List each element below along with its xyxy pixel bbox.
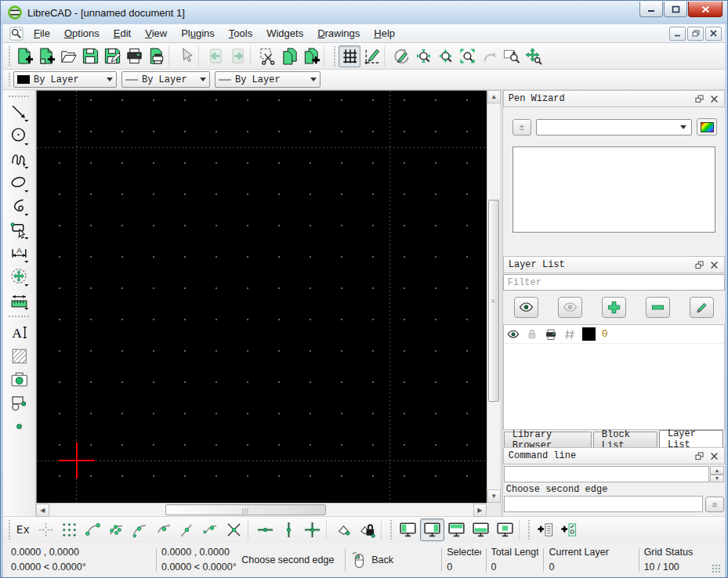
grid-toggle-button[interactable] bbox=[339, 45, 360, 67]
command-input[interactable] bbox=[504, 496, 703, 512]
snap-middle-button[interactable] bbox=[176, 519, 199, 541]
float-panel-icon[interactable] bbox=[694, 260, 704, 270]
mdi-restore-button[interactable] bbox=[687, 27, 704, 41]
zoom-out-button[interactable] bbox=[434, 45, 456, 67]
menu-widgets[interactable]: Widgets bbox=[259, 25, 310, 42]
command-history[interactable] bbox=[504, 466, 709, 482]
zoom-window-button[interactable] bbox=[500, 45, 522, 67]
layer-lock-icon[interactable] bbox=[526, 328, 538, 341]
toolbar-handle[interactable] bbox=[6, 73, 12, 86]
zoom-pan-button[interactable] bbox=[522, 45, 544, 67]
snap-free-button[interactable] bbox=[34, 519, 58, 541]
command-options-button[interactable]: ≡ bbox=[705, 497, 724, 512]
line-tool-button[interactable] bbox=[6, 100, 31, 124]
toolbar-handle[interactable] bbox=[9, 313, 29, 319]
line-width-combobox[interactable]: By Layer bbox=[121, 71, 210, 88]
image-tool-button[interactable] bbox=[6, 367, 31, 391]
toolbar-handle[interactable] bbox=[389, 520, 394, 540]
previous-view-button[interactable] bbox=[478, 45, 500, 67]
open-file-button[interactable] bbox=[57, 45, 79, 67]
restrict-vertical-button[interactable] bbox=[277, 519, 301, 541]
print-preview-button[interactable] bbox=[145, 45, 167, 67]
add-layer-button[interactable] bbox=[602, 297, 626, 318]
mdi-close-button[interactable] bbox=[705, 27, 722, 41]
color-combobox[interactable]: By Layer bbox=[13, 71, 117, 88]
cut-button[interactable] bbox=[256, 45, 278, 67]
show-all-layers-button[interactable] bbox=[514, 297, 538, 318]
spin-up-button[interactable]: ▲ bbox=[710, 466, 724, 475]
toolbar-handle[interactable] bbox=[6, 520, 12, 540]
save-as-button[interactable] bbox=[101, 45, 123, 67]
pen-wizard-color-button[interactable] bbox=[697, 118, 717, 135]
tab-library-browser[interactable]: Library Browser bbox=[504, 432, 592, 447]
menu-edit[interactable]: Edit bbox=[107, 25, 138, 42]
save-button[interactable] bbox=[79, 45, 101, 67]
minimize-button[interactable] bbox=[639, 2, 663, 17]
draft-ortho-button[interactable] bbox=[360, 45, 382, 67]
lock-relative-zero-button[interactable] bbox=[356, 519, 379, 541]
drawing-canvas[interactable] bbox=[36, 90, 487, 503]
polyline-tool-button[interactable] bbox=[6, 194, 31, 218]
pen-wizard-titlebar[interactable]: Pen Wizard bbox=[503, 90, 725, 107]
auto-zoom-button[interactable] bbox=[456, 45, 478, 67]
layer-print-icon[interactable] bbox=[545, 328, 557, 341]
spline-tool-button[interactable] bbox=[6, 147, 31, 171]
mdi-minimize-button[interactable] bbox=[669, 27, 686, 41]
toolbar-handle[interactable] bbox=[9, 93, 29, 99]
layer-row[interactable]: 0 bbox=[504, 325, 724, 344]
block-tool-button[interactable] bbox=[6, 391, 31, 414]
close-panel-icon[interactable] bbox=[709, 451, 719, 461]
menu-help[interactable]: Help bbox=[367, 25, 402, 42]
layer-filter-input[interactable] bbox=[503, 274, 725, 291]
move-rotate-tool-button[interactable] bbox=[6, 265, 31, 288]
snap-center-button[interactable] bbox=[152, 519, 176, 541]
resize-grip[interactable] bbox=[712, 564, 722, 574]
tab-block-list[interactable]: Block List bbox=[593, 432, 657, 447]
new-document-button[interactable] bbox=[13, 45, 35, 67]
hatch-tool-button[interactable] bbox=[6, 344, 31, 367]
maximize-button[interactable] bbox=[664, 2, 687, 17]
layer-table[interactable]: 0 bbox=[503, 324, 725, 430]
menu-file[interactable]: File bbox=[27, 25, 57, 42]
snap-intersection-button[interactable] bbox=[223, 519, 246, 541]
menu-plugins[interactable]: Plugins bbox=[174, 25, 222, 42]
toolbar-handle[interactable] bbox=[331, 46, 337, 66]
circle-tool-button[interactable] bbox=[6, 124, 31, 147]
close-button[interactable] bbox=[688, 2, 723, 17]
layer-list-titlebar[interactable]: Layer List bbox=[503, 256, 725, 273]
text-tool-button[interactable]: A bbox=[6, 320, 31, 344]
create-toolbar-button[interactable] bbox=[557, 519, 581, 541]
snap-on-entity-button[interactable] bbox=[129, 519, 152, 541]
redo-button[interactable] bbox=[226, 45, 248, 67]
command-line-titlebar[interactable]: Command line bbox=[503, 447, 725, 464]
modify-tool-button[interactable] bbox=[6, 218, 31, 241]
snap-grid-button[interactable] bbox=[58, 519, 81, 541]
exclusive-snap-button[interactable]: Ex bbox=[13, 524, 34, 536]
close-panel-icon[interactable] bbox=[709, 94, 719, 104]
measure-tool-button[interactable] bbox=[6, 288, 31, 312]
pen-wizard-combobox[interactable] bbox=[536, 119, 692, 135]
layer-construction-icon[interactable] bbox=[563, 328, 576, 341]
modify-layer-button[interactable] bbox=[690, 297, 714, 318]
create-menu-button[interactable] bbox=[534, 519, 557, 541]
menu-drawings[interactable]: Drawings bbox=[310, 25, 367, 42]
vertical-scroll-thumb[interactable]: ≡ bbox=[488, 200, 499, 402]
undo-button[interactable] bbox=[205, 45, 226, 67]
snap-endpoint-button[interactable] bbox=[81, 519, 105, 541]
scroll-down-button[interactable]: ▼ bbox=[487, 489, 501, 503]
document-system-icon[interactable] bbox=[9, 27, 24, 41]
pen-wizard-expand-button[interactable]: ± bbox=[512, 119, 531, 135]
print-button[interactable] bbox=[123, 45, 145, 67]
scroll-left-button[interactable]: ◀ bbox=[36, 504, 49, 517]
menu-tools[interactable]: Tools bbox=[222, 25, 259, 42]
float-panel-icon[interactable] bbox=[694, 94, 704, 104]
layer-color-swatch[interactable] bbox=[582, 327, 596, 341]
dock-left-button[interactable] bbox=[396, 518, 420, 541]
restrict-orthogonal-button[interactable] bbox=[301, 519, 324, 541]
zoom-in-button[interactable] bbox=[412, 45, 434, 67]
redraw-button[interactable] bbox=[390, 45, 412, 67]
set-relative-zero-button[interactable] bbox=[332, 519, 356, 541]
vertical-scrollbar[interactable]: ▲ ≡ ▼ bbox=[487, 90, 500, 503]
title-bar[interactable]: LibreCAD - [unnamed document 1] bbox=[1, 1, 727, 24]
snap-entity-point-button[interactable] bbox=[105, 519, 129, 541]
